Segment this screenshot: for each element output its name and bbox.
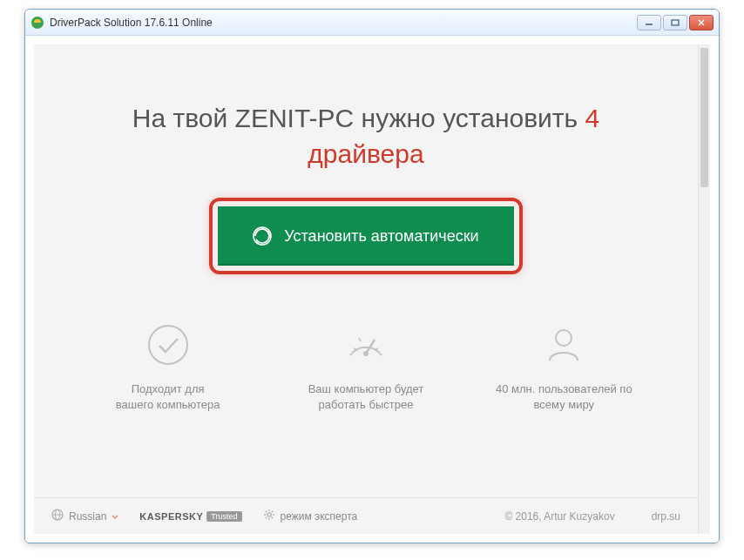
app-window: DriverPack Solution 17.6.11 Online На тв… (24, 9, 720, 543)
kaspersky-trusted-badge: KASPERSKY Trusted (139, 511, 241, 522)
window-title: DriverPack Solution 17.6.11 Online (50, 17, 637, 29)
features-row: Подходит для вашего компьютера Ваш компь… (34, 322, 698, 413)
chevron-down-icon (112, 510, 118, 523)
headline: На твой ZENIT-PC нужно установить 4 драй… (34, 101, 698, 172)
svg-point-12 (556, 330, 572, 346)
svg-line-21 (265, 511, 266, 512)
minimize-button[interactable] (637, 15, 661, 30)
driver-count: 4 (585, 104, 600, 132)
maximize-button[interactable] (663, 15, 687, 30)
install-button-label: Установить автоматически (284, 227, 478, 246)
expert-mode-label: режим эксперта (281, 510, 358, 523)
footer: Russian KASPERSKY Trusted режим эксперта (34, 497, 698, 534)
close-button[interactable] (689, 15, 714, 30)
feature-faster: Ваш компьютер будет работать быстрее (274, 322, 457, 413)
feature-text-3a: 40 млн. пользователей по (472, 381, 655, 397)
close-icon (697, 19, 706, 26)
svg-line-22 (271, 517, 272, 518)
feature-text-2a: Ваш компьютер будет (274, 381, 457, 397)
svg-line-24 (271, 511, 272, 512)
checkmark-circle-icon (145, 322, 191, 368)
svg-point-5 (254, 227, 271, 245)
feature-text-3b: всему миру (472, 397, 655, 413)
copyright: © 2016, Artur Kuzyakov (504, 510, 614, 523)
install-highlight: Установить автоматически (209, 198, 523, 274)
maximize-icon (671, 19, 680, 26)
install-auto-button[interactable]: Установить автоматически (218, 206, 514, 266)
titlebar: DriverPack Solution 17.6.11 Online (25, 10, 719, 36)
language-label: Russian (69, 510, 106, 523)
expert-mode-toggle[interactable]: режим эксперта (263, 509, 358, 523)
window-controls (637, 15, 714, 30)
user-icon (541, 322, 586, 368)
scrollbar-thumb[interactable] (700, 48, 708, 187)
content-inner: На твой ZENIT-PC нужно установить 4 драй… (34, 44, 698, 534)
feature-text-1b: вашего компьютера (77, 397, 260, 413)
feature-users: 40 млн. пользователей по всему миру (472, 322, 655, 413)
trusted-badge: Trusted (206, 511, 241, 522)
svg-line-23 (265, 517, 266, 518)
feature-compatible: Подходит для вашего компьютера (77, 322, 260, 413)
feature-text-2b: работать быстрее (274, 397, 457, 413)
language-selector[interactable]: Russian (51, 509, 118, 523)
svg-point-8 (363, 351, 369, 356)
speedometer-icon (343, 322, 389, 368)
svg-rect-2 (672, 20, 679, 25)
globe-icon (51, 509, 64, 523)
driver-word: драйвера (308, 139, 423, 168)
svg-point-16 (267, 513, 270, 516)
app-icon (30, 16, 44, 30)
svg-point-6 (149, 326, 187, 364)
site-link[interactable]: drp.su (652, 510, 680, 523)
gear-icon (263, 509, 275, 523)
minimize-icon (645, 19, 653, 26)
feature-text-1a: Подходит для (77, 381, 260, 397)
install-button-wrap: Установить автоматически (34, 198, 698, 274)
headline-prefix: На твой ZENIT-PC нужно установить (132, 104, 585, 132)
main-content: На твой ZENIT-PC нужно установить 4 драй… (25, 36, 719, 543)
scrollbar[interactable] (698, 44, 710, 534)
driverpack-logo-icon (253, 226, 272, 246)
svg-line-10 (359, 338, 361, 341)
kaspersky-brand: KASPERSKY (139, 511, 203, 522)
